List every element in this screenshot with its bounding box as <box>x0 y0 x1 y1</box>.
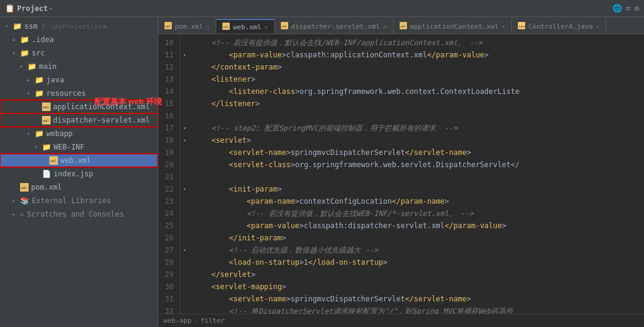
tab-close-web[interactable]: ✕ <box>264 24 268 31</box>
line-num-29: 29 <box>158 268 177 281</box>
line-num-31: 31 <box>158 293 177 305</box>
xml-file-icon: xml <box>42 102 51 111</box>
line-num-13: 13 <box>158 73 177 85</box>
tab-close-pom[interactable]: ✕ <box>206 23 210 30</box>
svg-text:xml: xml <box>281 24 287 28</box>
gutter-31 <box>180 293 189 305</box>
gutter-32 <box>180 305 189 314</box>
line-num-23: 23 <box>158 195 177 207</box>
tab-close-dispatcher[interactable]: ✕ <box>383 23 386 30</box>
sidebar-item-src[interactable]: ▾📁src <box>0 46 158 60</box>
gutter-29 <box>180 268 189 281</box>
tab-appContext[interactable]: xml applicationContext.xml ✕ <box>394 19 512 34</box>
breadcrumb: web-app › filter <box>158 314 644 327</box>
tree-label-applicationContext: applicationContext.xml <box>53 102 150 111</box>
svg-text:xml: xml <box>21 185 27 190</box>
main-layout: ▾📁ssm E:\myProject\ssm▸📁.idea▾📁src▾📁main… <box>0 17 644 327</box>
gear-icon[interactable]: ⚙ <box>634 4 639 13</box>
sidebar: ▾📁ssm E:\myProject\ssm▸📁.idea▾📁src▾📁main… <box>0 17 158 327</box>
tab-label-controllerA: ControllerA.java <box>528 23 593 31</box>
gutter-24 <box>180 207 189 220</box>
sidebar-item-pom.xml[interactable]: xml pom.xml <box>0 181 158 194</box>
code-line-28: <load-on-startup>1</load-on-startup> <box>194 256 639 268</box>
gutter-14 <box>180 85 189 98</box>
gutter-30 <box>180 281 189 293</box>
code-line-22: <init-param> <box>194 183 639 195</box>
tree-label-web.xml: web.xml <box>60 156 91 165</box>
gutter-21 <box>180 171 189 183</box>
sidebar-item-ssm[interactable]: ▾📁ssm E:\myProject\ssm <box>0 20 158 33</box>
sidebar-item-applicationContext[interactable]: xml applicationContext.xml <box>0 100 158 113</box>
svg-text:xml: xml <box>165 24 171 28</box>
sidebar-item-main[interactable]: ▾📁main <box>0 60 158 73</box>
tab-icon-dispatcher: xml <box>281 22 288 31</box>
svg-text:xml: xml <box>50 159 57 163</box>
tree-label-scratches: Scratches and Consoles <box>27 210 124 218</box>
tree-arrow-main: ▾ <box>19 63 26 70</box>
sidebar-item-ext-libs[interactable]: ▸📚External Libraries <box>0 194 158 207</box>
svg-text:xml: xml <box>43 105 49 109</box>
code-area[interactable]: <!-- 若没有提供值，默认会去找/WEB-INF/applicationCon… <box>189 34 644 314</box>
editor-area: xml pom.xml ✕ xml web.xml ✕ xml dispatch… <box>158 17 644 327</box>
svg-text:xml: xml <box>223 25 228 29</box>
globe-icon[interactable]: 🌐 <box>612 4 622 13</box>
tab-dispatcher[interactable]: xml dispatcher-servlet.xml ✕ <box>275 19 394 34</box>
folder-icon: 📁 <box>35 89 44 98</box>
code-line-31: <servlet-name>springmvcDispatcherServlet… <box>194 293 639 305</box>
code-line-20: <servlet-class>org.springframework.web.s… <box>194 159 639 171</box>
line-num-20: 20 <box>158 159 177 171</box>
code-line-19: <servlet-name>springmvcDispatcherServlet… <box>194 146 639 159</box>
sidebar-item-resources[interactable]: ▾📁resources <box>0 87 158 100</box>
gutter-15 <box>180 98 189 110</box>
sidebar-item-scratches[interactable]: ▸✏Scratches and Consoles <box>0 207 158 221</box>
line-num-16: 16 <box>158 110 177 122</box>
tree-arrow-resources: ▾ <box>27 90 33 96</box>
tab-close-controllerA[interactable]: ✕ <box>596 23 600 30</box>
tab-icon-appContext: xml <box>400 22 407 31</box>
line-num-11: 11 <box>158 49 177 61</box>
svg-text:java: java <box>518 24 525 29</box>
code-line-10: <!-- 若没有提供值，默认会去找/WEB-INF/applicationCon… <box>194 37 639 49</box>
code-line-11: <param-value>classpath:applicationContex… <box>194 49 639 61</box>
code-line-14: <listener-class>org.springframework.web.… <box>194 85 639 98</box>
tab-web[interactable]: xml web.xml ✕ <box>216 19 274 34</box>
sidebar-item-webapp[interactable]: ▾📁webapp <box>0 127 158 140</box>
code-line-29: </servlet> <box>194 268 639 281</box>
tab-close-appContext[interactable]: ✕ <box>501 23 505 30</box>
tab-label-pom: pom.xml <box>175 23 203 31</box>
scratches-icon: ✏ <box>20 210 24 218</box>
code-line-16 <box>194 110 639 122</box>
line-num-19: 19 <box>158 146 177 159</box>
line-num-32: 32 <box>158 305 177 314</box>
sidebar-item-idea[interactable]: ▸📁.idea <box>0 33 158 46</box>
tree-label-WEB-INF: WEB-INF <box>54 143 85 151</box>
tree-label-pom.xml: pom.xml <box>31 183 62 192</box>
line-num-17: 17 <box>158 122 177 134</box>
title-dropdown-arrow[interactable]: ▾ <box>49 5 52 12</box>
breadcrumb-item-0[interactable]: web-app <box>163 317 191 325</box>
sync-icon[interactable]: ⇄ <box>626 4 631 13</box>
tab-icon-pom: xml <box>165 22 172 31</box>
breadcrumb-item-1[interactable]: filter <box>200 317 225 325</box>
code-line-12: </context-param> <box>194 61 639 73</box>
sidebar-item-WEB-INF[interactable]: ▾📁WEB-INF <box>0 140 158 154</box>
tree-arrow-java: ▸ <box>27 77 33 83</box>
sidebar-item-web.xml[interactable]: xml web.xml <box>0 154 158 167</box>
tab-pom[interactable]: xml pom.xml ✕ <box>158 19 216 34</box>
tree-label-index.jsp: index.jsp <box>54 170 93 178</box>
tree-label-ssm: ssm E:\myProject\ssm <box>24 22 107 31</box>
tree-label-ext-libs: External Libraries <box>32 196 111 205</box>
sidebar-item-dispatcher-servlet[interactable]: xml dispatcher-servlet.xml <box>0 113 158 127</box>
sidebar-tree: ▾📁ssm E:\myProject\ssm▸📁.idea▾📁src▾📁main… <box>0 17 158 327</box>
tab-label-dispatcher: dispatcher-servlet.xml <box>291 23 380 31</box>
sidebar-item-index.jsp[interactable]: 📄index.jsp <box>0 167 158 181</box>
tree-label-resources: resources <box>46 89 86 98</box>
tree-arrow-ssm: ▾ <box>5 23 11 29</box>
sidebar-item-java[interactable]: ▸📁java <box>0 73 158 87</box>
tree-label-java: java <box>46 76 64 84</box>
tab-controllerA[interactable]: java ControllerA.java ✕ <box>512 19 606 34</box>
project-icon: 📋 <box>5 4 15 13</box>
gutter-20 <box>180 159 189 171</box>
folder-icon: 📁 <box>27 62 37 71</box>
tab-bar: xml pom.xml ✕ xml web.xml ✕ xml dispatch… <box>158 17 644 34</box>
